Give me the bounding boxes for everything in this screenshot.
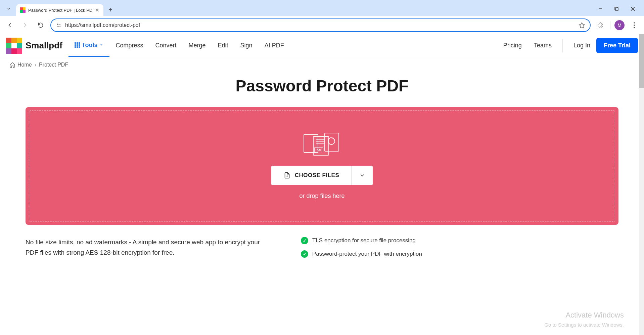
nav-tools-label: Tools [82, 42, 98, 49]
browser-tab[interactable]: Password Protect PDF | Lock PD ✕ [16, 4, 103, 16]
logo-text: Smallpdf [26, 40, 62, 51]
logo-icon [6, 38, 22, 54]
drop-hint-text: or drop files here [299, 193, 344, 200]
new-tab-button[interactable]: + [105, 5, 116, 15]
nav-tools[interactable]: Tools [68, 34, 110, 57]
breadcrumb-home[interactable]: Home [9, 62, 32, 68]
kebab-icon [634, 22, 635, 28]
extensions-button[interactable] [595, 19, 606, 31]
svg-point-10 [634, 25, 635, 26]
choose-files-button[interactable]: CHOOSE FILES [271, 166, 352, 185]
choose-files-dropdown[interactable] [351, 166, 373, 185]
arrow-left-icon [6, 22, 13, 29]
nav-compress[interactable]: Compress [109, 34, 149, 57]
choose-files-group: CHOOSE FILES [271, 166, 373, 185]
tab-search-dropdown[interactable] [3, 3, 15, 15]
svg-rect-2 [615, 8, 618, 10]
site-settings-icon[interactable] [56, 22, 62, 28]
page-title: Password Protect PDF [0, 77, 644, 95]
home-icon [9, 62, 15, 68]
nav-merge[interactable]: Merge [183, 34, 212, 57]
chrome-menu-button[interactable] [629, 19, 640, 31]
files-illustration-icon: PDF [304, 133, 340, 158]
check-icon: ✓ [301, 250, 308, 258]
breadcrumb-separator: › [35, 62, 36, 68]
maximize-button[interactable] [612, 4, 621, 13]
svg-point-9 [634, 22, 635, 24]
choose-files-label: CHOOSE FILES [295, 172, 339, 179]
nav-edit[interactable]: Edit [212, 34, 234, 57]
browser-tab-strip: Password Protect PDF | Lock PD ✕ + [0, 0, 644, 16]
grid-icon [75, 42, 80, 48]
chevron-down-icon [6, 6, 11, 11]
profile-avatar[interactable]: M [614, 20, 625, 30]
free-trial-button[interactable]: Free Trial [596, 38, 638, 53]
svg-point-5 [57, 24, 58, 25]
star-icon [579, 22, 585, 29]
svg-point-11 [634, 27, 635, 28]
file-plus-icon [283, 172, 291, 179]
nav-convert[interactable]: Convert [149, 34, 183, 57]
nav-login[interactable]: Log In [567, 34, 596, 57]
favicon-icon [20, 7, 26, 13]
address-bar[interactable]: https://smallpdf.com/protect-pdf [50, 18, 591, 32]
feature-text: TLS encryption for secure file processin… [312, 237, 416, 244]
feature-text: Password-protect your PDF with encryptio… [312, 251, 422, 257]
close-window-button[interactable] [628, 4, 637, 13]
window-controls [596, 4, 641, 16]
minimize-button[interactable] [596, 4, 605, 13]
url-text: https://smallpdf.com/protect-pdf [65, 22, 575, 28]
logo[interactable]: Smallpdf [6, 38, 62, 54]
chevron-down-icon [360, 173, 365, 178]
puzzle-icon [597, 22, 604, 29]
windows-activation-watermark: Activate Windows Go to Settings to activ… [544, 309, 624, 329]
back-button[interactable] [4, 19, 15, 31]
breadcrumb-current: Protect PDF [39, 62, 68, 68]
page-viewport: Smallpdf Tools Compress Convert Merge Ed… [0, 34, 644, 335]
svg-point-7 [59, 26, 60, 27]
feature-item: ✓ TLS encryption for secure file process… [301, 237, 422, 244]
page-info-row: No file size limits, no ad watermarks - … [0, 225, 644, 270]
feature-list: ✓ TLS encryption for secure file process… [301, 237, 422, 258]
browser-toolbar: https://smallpdf.com/protect-pdf M [0, 16, 644, 34]
site-header: Smallpdf Tools Compress Convert Merge Ed… [0, 34, 644, 57]
nav-divider [562, 39, 563, 52]
tab-title: Password Protect PDF | Lock PD [28, 8, 93, 13]
dropzone-container: PDF CHOOSE FILES or drop files here [26, 107, 618, 225]
page-description: No file size limits, no ad watermarks - … [26, 237, 274, 258]
nav-pricing[interactable]: Pricing [497, 34, 528, 57]
breadcrumb: Home › Protect PDF [0, 57, 644, 73]
scrollbar-thumb[interactable] [639, 34, 644, 88]
nav-aipdf[interactable]: AI PDF [259, 34, 290, 57]
nav-sign[interactable]: Sign [234, 34, 259, 57]
close-tab-button[interactable]: ✕ [95, 7, 99, 13]
forward-button[interactable] [19, 19, 31, 31]
feature-item: ✓ Password-protect your PDF with encrypt… [301, 250, 422, 258]
nav-teams[interactable]: Teams [528, 34, 558, 57]
arrow-right-icon [22, 22, 29, 29]
reload-icon [37, 22, 44, 29]
chevron-down-icon [99, 43, 103, 47]
file-dropzone[interactable]: PDF CHOOSE FILES or drop files here [29, 111, 615, 221]
check-icon: ✓ [301, 237, 308, 244]
avatar-letter: M [617, 23, 622, 28]
reload-button[interactable] [35, 19, 46, 31]
bookmark-button[interactable] [579, 22, 585, 29]
toolbar-divider [610, 21, 610, 29]
